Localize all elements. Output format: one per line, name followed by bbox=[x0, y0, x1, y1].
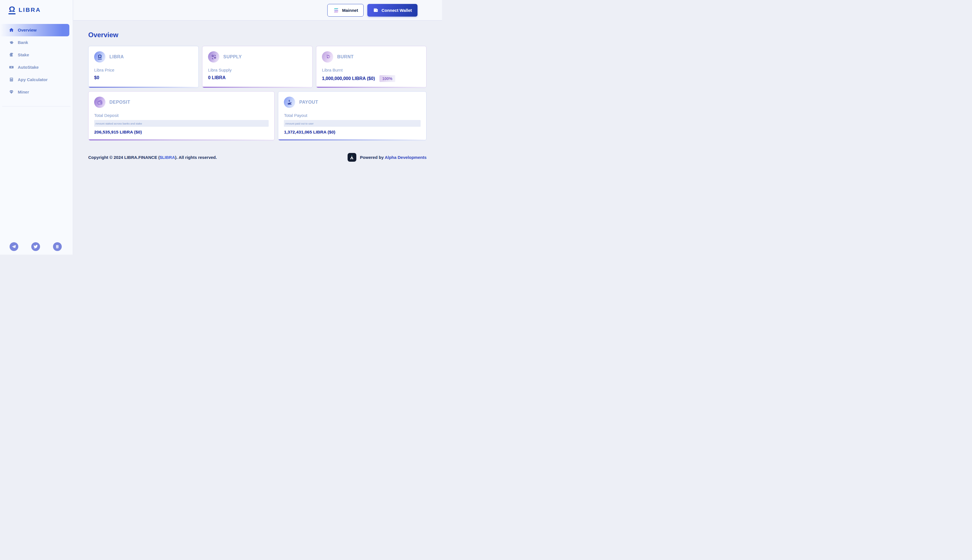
sidebar-nav: Overview Bank Stake AutoStake Apy Calcul… bbox=[0, 24, 73, 98]
sidebar-item-label: Miner bbox=[18, 90, 29, 94]
sidebar-divider bbox=[2, 106, 70, 107]
card-accent-line bbox=[202, 87, 312, 88]
card-header: $ PAYOUT bbox=[284, 97, 421, 108]
footer: Copyright © 2024 LIBRA.FINANCE ($LIBRA).… bbox=[88, 153, 426, 162]
network-label: Mainnet bbox=[342, 8, 358, 13]
card-deposit: DEPOSIT Total Deposit Amount staked acro… bbox=[88, 91, 275, 140]
card-subtitle: Libra Burnt bbox=[322, 68, 421, 72]
card-subtitle: Total Deposit bbox=[94, 113, 269, 118]
sidebar-item-label: Stake bbox=[18, 52, 29, 57]
docs-icon[interactable] bbox=[53, 242, 62, 251]
gem-icon bbox=[8, 89, 14, 95]
libra-price-value: $0 bbox=[94, 75, 193, 80]
sidebar-item-apy-calculator[interactable]: Apy Calculator bbox=[0, 73, 69, 86]
burnt-value-row: 1,000,000,000 LIBRA ($0) 100% bbox=[322, 75, 421, 82]
libra-token-link[interactable]: $LIBRA bbox=[160, 155, 175, 160]
card-accent-line bbox=[316, 87, 426, 88]
telegram-icon[interactable] bbox=[10, 242, 18, 251]
page-title: Overview bbox=[88, 31, 426, 38]
solana-icon bbox=[333, 7, 339, 13]
burnt-percent-badge: 100% bbox=[379, 75, 395, 82]
sidebar: Ω LIBRA Overview Bank Stake bbox=[0, 0, 73, 255]
card-subtitle: Libra Price bbox=[94, 68, 193, 72]
top-bar: Mainnet Connect Wallet bbox=[73, 0, 442, 20]
card-title: PAYOUT bbox=[299, 100, 318, 105]
calculator-icon bbox=[8, 77, 14, 83]
card-title: LIBRA bbox=[109, 54, 124, 60]
payout-note: Amount paid out to user bbox=[284, 120, 421, 127]
coins-icon bbox=[8, 52, 14, 58]
sidebar-item-label: Bank bbox=[18, 40, 28, 45]
app-logo: Ω LIBRA bbox=[0, 0, 73, 14]
main-content: Overview Ω LIBRA Libra Price $0 bbox=[73, 20, 442, 255]
sidebar-item-label: Apy Calculator bbox=[18, 77, 48, 82]
supply-cycle-icon: $ bbox=[208, 51, 219, 63]
wallet-icon bbox=[373, 7, 379, 13]
card-title: DEPOSIT bbox=[109, 100, 130, 105]
svg-text:$: $ bbox=[212, 55, 213, 57]
stats-row-bottom: DEPOSIT Total Deposit Amount staked acro… bbox=[88, 91, 426, 140]
social-links bbox=[10, 242, 62, 251]
network-button[interactable]: Mainnet bbox=[327, 4, 364, 17]
omega-glyph: Ω bbox=[9, 6, 15, 13]
brand-name: LIBRA bbox=[18, 7, 41, 13]
libra-omega-logo-icon: Ω bbox=[8, 6, 15, 14]
libra-burnt-value: 1,000,000,000 LIBRA ($0) bbox=[322, 76, 375, 81]
total-payout-value: 1,372,431,065 LIBRA ($0) bbox=[284, 130, 421, 135]
flame-icon bbox=[322, 51, 333, 63]
card-accent-line bbox=[89, 140, 274, 140]
hand-dollar-icon: $ bbox=[284, 97, 295, 108]
powered-by: Powered by Alpha Developments bbox=[347, 153, 426, 162]
card-subtitle: Total Payout bbox=[284, 113, 421, 118]
card-payout: $ PAYOUT Total Payout Amount paid out to… bbox=[278, 91, 426, 140]
card-accent-line bbox=[278, 140, 426, 140]
sidebar-item-miner[interactable]: Miner bbox=[0, 86, 69, 98]
twitter-icon[interactable] bbox=[31, 242, 40, 251]
sidebar-item-stake[interactable]: Stake bbox=[0, 49, 69, 61]
powered-prefix: Powered by bbox=[360, 155, 385, 160]
sidebar-item-label: Overview bbox=[18, 28, 37, 32]
svg-text:$: $ bbox=[289, 99, 290, 102]
total-deposit-value: 206,535,915 LIBRA ($0) bbox=[94, 130, 269, 135]
sidebar-item-overview[interactable]: Overview bbox=[0, 24, 69, 36]
card-title: BURNT bbox=[337, 54, 354, 60]
connect-wallet-label: Connect Wallet bbox=[381, 8, 412, 13]
card-burnt: BURNT Libra Burnt 1,000,000,000 LIBRA ($… bbox=[316, 46, 426, 88]
libra-supply-value: 0 LIBRA bbox=[208, 75, 307, 80]
copyright-suffix: ). All rights reserved. bbox=[175, 155, 217, 160]
card-title: SUPPLY bbox=[223, 54, 242, 60]
money-bill-icon bbox=[8, 65, 14, 70]
powered-by-text: Powered by Alpha Developments bbox=[360, 155, 426, 160]
card-header: Ω LIBRA bbox=[94, 51, 193, 63]
wallet-outline-icon bbox=[94, 97, 105, 108]
sidebar-item-label: AutoStake bbox=[18, 65, 38, 70]
card-subtitle: Libra Supply bbox=[208, 68, 307, 72]
sidebar-item-autostake[interactable]: AutoStake bbox=[0, 61, 69, 73]
card-accent-line bbox=[89, 87, 199, 88]
sidebar-item-bank[interactable]: Bank bbox=[0, 36, 69, 49]
copyright-prefix: Copyright © 2024 LIBRA.FINANCE ( bbox=[88, 155, 160, 160]
card-header: BURNT bbox=[322, 51, 421, 63]
alpha-developments-link[interactable]: Alpha Developments bbox=[385, 155, 426, 160]
card-header: DEPOSIT bbox=[94, 97, 269, 108]
piggy-bank-icon bbox=[8, 40, 14, 45]
omega-underline bbox=[8, 13, 15, 14]
alpha-developments-logo-icon bbox=[347, 153, 356, 162]
card-libra: Ω LIBRA Libra Price $0 bbox=[88, 46, 199, 88]
deposit-note: Amount staked across banks and stake bbox=[94, 120, 269, 127]
card-supply: $ SUPPLY Libra Supply 0 LIBRA bbox=[202, 46, 312, 88]
connect-wallet-button[interactable]: Connect Wallet bbox=[367, 4, 418, 17]
home-icon bbox=[8, 27, 14, 33]
card-header: $ SUPPLY bbox=[208, 51, 307, 63]
stats-row-top: Ω LIBRA Libra Price $0 $ bbox=[88, 46, 426, 88]
copyright-text: Copyright © 2024 LIBRA.FINANCE ($LIBRA).… bbox=[88, 155, 217, 160]
libra-omega-icon: Ω bbox=[94, 51, 105, 63]
